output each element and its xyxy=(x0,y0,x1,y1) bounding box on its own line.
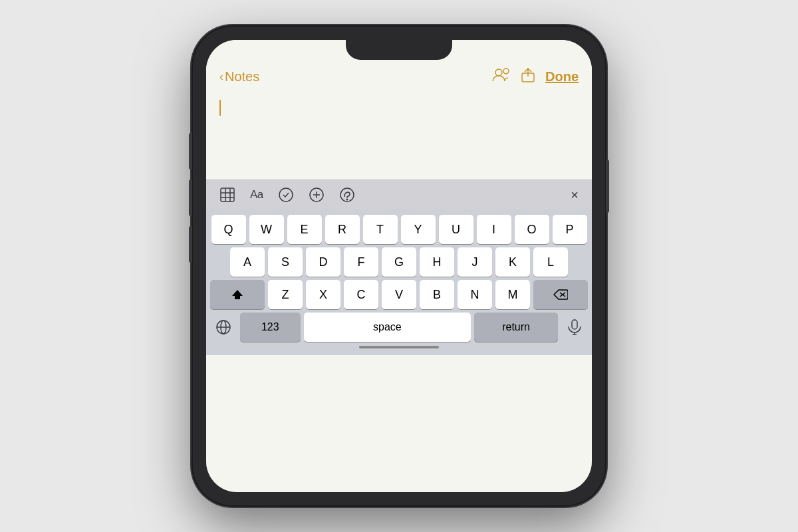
key-w[interactable]: W xyxy=(249,215,284,244)
key-i[interactable]: I xyxy=(477,215,511,244)
add-icon[interactable] xyxy=(309,187,325,203)
key-j[interactable]: J xyxy=(458,247,492,277)
keyboard-row-1: Q W E R T Y U I O P xyxy=(210,215,588,244)
key-b[interactable]: B xyxy=(420,280,454,309)
toolbar-icons: Aa xyxy=(219,187,355,203)
format-icon[interactable]: Aa xyxy=(250,188,263,201)
key-y[interactable]: Y xyxy=(401,215,436,244)
key-l[interactable]: L xyxy=(533,247,568,277)
svg-point-13 xyxy=(346,199,348,200)
phone-shell: ‹ Notes xyxy=(193,27,605,505)
key-r[interactable]: R xyxy=(325,215,360,244)
svg-point-0 xyxy=(495,69,502,76)
backspace-key[interactable] xyxy=(533,280,588,309)
space-key[interactable]: space xyxy=(304,313,471,342)
table-icon[interactable] xyxy=(219,187,235,203)
key-s[interactable]: S xyxy=(268,247,303,277)
keyboard-row-2: A S D F G H J K L xyxy=(210,247,588,277)
key-x[interactable]: X xyxy=(306,280,340,309)
home-indicator xyxy=(359,346,439,348)
svg-point-1 xyxy=(503,68,509,74)
chevron-icon: ‹ xyxy=(219,70,223,84)
key-g[interactable]: G xyxy=(382,247,416,277)
svg-rect-3 xyxy=(221,188,234,201)
key-e[interactable]: E xyxy=(287,215,322,244)
keyboard-toolbar: Aa xyxy=(206,180,592,209)
collaborator-icon[interactable] xyxy=(492,67,511,86)
key-v[interactable]: V xyxy=(382,280,416,309)
key-c[interactable]: C xyxy=(344,280,378,309)
key-o[interactable]: O xyxy=(515,215,549,244)
nav-right: Done xyxy=(492,66,579,86)
nav-left: ‹ Notes xyxy=(219,69,259,84)
text-cursor xyxy=(219,100,221,116)
key-t[interactable]: T xyxy=(363,215,398,244)
back-button[interactable]: Notes xyxy=(225,69,259,84)
key-h[interactable]: H xyxy=(420,247,454,277)
svg-point-8 xyxy=(279,188,293,201)
key-f[interactable]: F xyxy=(344,247,378,277)
notes-app: ‹ Notes xyxy=(206,40,592,492)
notch xyxy=(346,40,452,60)
key-m[interactable]: M xyxy=(495,280,530,309)
numbers-key[interactable]: 123 xyxy=(240,313,301,342)
checklist-icon[interactable] xyxy=(278,187,294,203)
key-a[interactable]: A xyxy=(230,247,265,277)
note-content-area[interactable] xyxy=(206,93,592,180)
done-button[interactable]: Done xyxy=(545,69,579,84)
microphone-key[interactable] xyxy=(561,313,588,342)
markup-icon[interactable] xyxy=(339,187,355,203)
key-z[interactable]: Z xyxy=(268,280,303,309)
key-n[interactable]: N xyxy=(458,280,492,309)
key-d[interactable]: D xyxy=(306,247,340,277)
svg-marker-14 xyxy=(232,290,243,299)
share-icon[interactable] xyxy=(521,66,535,86)
key-p[interactable]: P xyxy=(553,215,587,244)
keyboard-bottom-row: 123 space return xyxy=(210,313,588,342)
key-u[interactable]: U xyxy=(439,215,473,244)
key-k[interactable]: K xyxy=(495,247,530,277)
shift-key[interactable] xyxy=(210,280,265,309)
globe-key[interactable] xyxy=(210,313,237,342)
screen: ‹ Notes xyxy=(206,40,592,492)
keyboard-row-3: Z X C V B N M xyxy=(210,280,588,309)
keyboard-area: Q W E R T Y U I O P A S D F G xyxy=(206,209,592,355)
close-icon[interactable]: × xyxy=(571,188,579,203)
key-q[interactable]: Q xyxy=(211,215,246,244)
return-key[interactable]: return xyxy=(474,313,558,342)
svg-rect-20 xyxy=(572,320,577,329)
